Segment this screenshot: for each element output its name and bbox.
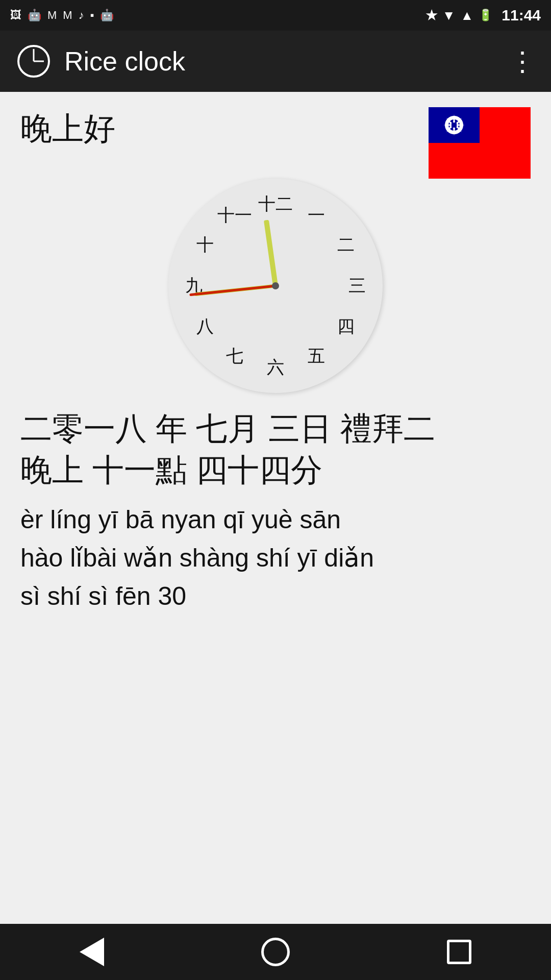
clock-number: 三	[348, 274, 366, 298]
recents-button[interactable]	[439, 932, 480, 972]
top-row: 晚上好	[20, 107, 531, 179]
clock-number: 十二	[258, 192, 293, 216]
clock-number: 一	[308, 204, 325, 227]
home-button[interactable]	[255, 932, 296, 972]
bluetooth-icon: ★	[425, 8, 437, 23]
date-pinyin-line1: èr líng yī bā nyan qī yuè sān	[20, 501, 374, 539]
clock-number: 六	[267, 356, 284, 379]
clock-number: 四	[337, 315, 355, 338]
image-status-icon: 🖼	[10, 9, 21, 22]
wifi-icon: ▼	[442, 8, 456, 23]
menu-button[interactable]: ⋮	[509, 46, 536, 77]
datetime-pinyin: èr líng yī bā nyan qī yuè sān hào lǐbài …	[20, 501, 374, 616]
clock-number: 十	[196, 233, 214, 257]
back-icon	[80, 938, 104, 966]
home-icon	[261, 938, 290, 966]
date-pinyin-line3: sì shí sì fēn 30	[20, 577, 374, 616]
clock-container: 十二一二三四五六七八九十十一	[20, 179, 531, 393]
music-status-icon: ♪	[79, 9, 84, 22]
date-chinese-line2: 晚上 十一點 四十四分	[20, 450, 435, 491]
robot-status-icon: 🤖	[28, 9, 41, 22]
clock-number: 七	[226, 345, 243, 368]
battery-icon: 🔋	[479, 9, 492, 22]
greeting-text: 晚上好	[20, 107, 115, 150]
app-clock-icon	[15, 43, 52, 80]
gmail2-status-icon: M	[63, 9, 72, 22]
signal-icon: ▲	[461, 8, 474, 23]
back-button[interactable]	[71, 932, 112, 972]
clock-number: 八	[196, 315, 214, 338]
clock-hand	[264, 220, 278, 286]
clock-face: 十二一二三四五六七八九十十一	[168, 179, 383, 393]
app-title: Rice clock	[64, 46, 509, 77]
taiwan-flag	[429, 107, 531, 179]
android-status-icon: 🤖	[100, 9, 114, 22]
main-content: 晚上好 十二一二三四五六七八九十十	[0, 92, 551, 924]
square-status-icon: ▪	[90, 9, 94, 22]
clock-center-dot	[272, 282, 279, 289]
clock-number: 二	[337, 233, 355, 257]
gmail-status-icon: M	[47, 9, 57, 22]
date-chinese-line1: 二零一八 年 七月 三日 禮拜二	[20, 408, 435, 450]
status-icons-left: 🖼 🤖 M M ♪ ▪ 🤖	[10, 9, 114, 22]
app-bar: Rice clock ⋮	[0, 31, 551, 92]
status-icons-right: ★ ▼ ▲ 🔋 11:44	[425, 7, 541, 24]
datetime-chinese: 二零一八 年 七月 三日 禮拜二 晚上 十一點 四十四分	[20, 408, 435, 491]
clock-number: 十一	[217, 204, 252, 227]
clock-number: 五	[308, 345, 325, 368]
status-bar: 🖼 🤖 M M ♪ ▪ 🤖 ★ ▼ ▲ 🔋 11:44	[0, 0, 551, 31]
status-time: 11:44	[502, 7, 541, 24]
bottom-nav	[0, 924, 551, 980]
recents-icon	[447, 940, 471, 964]
date-pinyin-line2: hào lǐbài wǎn shàng shí yī diǎn	[20, 539, 374, 577]
